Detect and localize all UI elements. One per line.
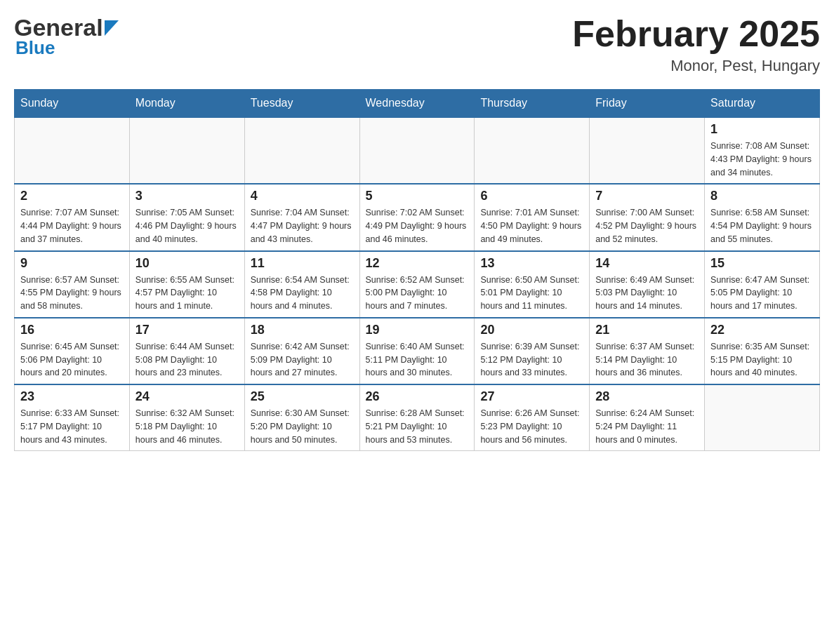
day-info: Sunrise: 6:42 AM Sunset: 5:09 PM Dayligh… <box>251 340 354 380</box>
day-info: Sunrise: 6:45 AM Sunset: 5:06 PM Dayligh… <box>20 340 124 380</box>
day-number: 6 <box>480 189 583 203</box>
day-info: Sunrise: 6:50 AM Sunset: 5:01 PM Dayligh… <box>480 274 583 313</box>
calendar-day-cell <box>15 117 130 184</box>
calendar-day-cell: 15Sunrise: 6:47 AM Sunset: 5:05 PM Dayli… <box>705 251 820 318</box>
svg-marker-0 <box>105 20 119 36</box>
calendar-day-cell: 13Sunrise: 6:50 AM Sunset: 5:01 PM Dayli… <box>475 251 590 318</box>
day-number: 24 <box>135 389 239 404</box>
calendar-day-cell: 23Sunrise: 6:33 AM Sunset: 5:17 PM Dayli… <box>15 384 130 451</box>
day-info: Sunrise: 6:54 AM Sunset: 4:58 PM Dayligh… <box>251 274 354 313</box>
calendar-day-cell: 14Sunrise: 6:49 AM Sunset: 5:03 PM Dayli… <box>590 251 705 318</box>
day-info: Sunrise: 6:26 AM Sunset: 5:23 PM Dayligh… <box>480 407 583 446</box>
day-of-week-header: Saturday <box>705 90 820 118</box>
day-number: 8 <box>710 189 814 203</box>
calendar-day-cell: 6Sunrise: 7:01 AM Sunset: 4:50 PM Daylig… <box>475 184 590 250</box>
day-number: 14 <box>595 256 699 271</box>
calendar-day-cell: 3Sunrise: 7:05 AM Sunset: 4:46 PM Daylig… <box>129 184 244 250</box>
day-info: Sunrise: 7:02 AM Sunset: 4:49 PM Dayligh… <box>366 206 469 246</box>
day-info: Sunrise: 6:33 AM Sunset: 5:17 PM Dayligh… <box>20 407 124 446</box>
day-number: 20 <box>480 323 583 337</box>
calendar-day-cell: 4Sunrise: 7:04 AM Sunset: 4:47 PM Daylig… <box>244 184 359 250</box>
calendar-day-cell: 25Sunrise: 6:30 AM Sunset: 5:20 PM Dayli… <box>244 384 359 451</box>
day-of-week-header: Thursday <box>475 90 590 118</box>
calendar-day-cell: 16Sunrise: 6:45 AM Sunset: 5:06 PM Dayli… <box>15 318 130 384</box>
day-info: Sunrise: 7:05 AM Sunset: 4:46 PM Dayligh… <box>135 206 239 246</box>
calendar-day-cell: 24Sunrise: 6:32 AM Sunset: 5:18 PM Dayli… <box>129 384 244 451</box>
day-number: 16 <box>20 323 124 337</box>
day-of-week-header: Friday <box>590 90 705 118</box>
calendar-header-row: SundayMondayTuesdayWednesdayThursdayFrid… <box>15 90 820 118</box>
day-info: Sunrise: 7:04 AM Sunset: 4:47 PM Dayligh… <box>251 206 354 246</box>
day-info: Sunrise: 6:52 AM Sunset: 5:00 PM Dayligh… <box>366 274 469 313</box>
day-number: 25 <box>251 389 354 404</box>
day-of-week-header: Sunday <box>15 90 130 118</box>
day-info: Sunrise: 7:08 AM Sunset: 4:43 PM Dayligh… <box>710 140 814 179</box>
calendar-day-cell <box>705 384 820 451</box>
day-info: Sunrise: 6:49 AM Sunset: 5:03 PM Dayligh… <box>595 274 699 313</box>
day-info: Sunrise: 6:24 AM Sunset: 5:24 PM Dayligh… <box>595 407 699 446</box>
calendar-week-row: 16Sunrise: 6:45 AM Sunset: 5:06 PM Dayli… <box>15 318 820 384</box>
calendar-week-row: 1Sunrise: 7:08 AM Sunset: 4:43 PM Daylig… <box>15 117 820 184</box>
calendar-week-row: 23Sunrise: 6:33 AM Sunset: 5:17 PM Dayli… <box>15 384 820 451</box>
title-block: February 2025 Monor, Pest, Hungary <box>572 14 820 75</box>
day-info: Sunrise: 6:37 AM Sunset: 5:14 PM Dayligh… <box>595 340 699 380</box>
day-info: Sunrise: 6:47 AM Sunset: 5:05 PM Dayligh… <box>710 274 814 313</box>
day-number: 17 <box>135 323 239 337</box>
day-info: Sunrise: 6:32 AM Sunset: 5:18 PM Dayligh… <box>135 407 239 446</box>
calendar-day-cell: 21Sunrise: 6:37 AM Sunset: 5:14 PM Dayli… <box>590 318 705 384</box>
calendar-day-cell: 11Sunrise: 6:54 AM Sunset: 4:58 PM Dayli… <box>244 251 359 318</box>
day-number: 3 <box>135 189 239 203</box>
calendar-day-cell: 8Sunrise: 6:58 AM Sunset: 4:54 PM Daylig… <box>705 184 820 250</box>
calendar-day-cell: 7Sunrise: 7:00 AM Sunset: 4:52 PM Daylig… <box>590 184 705 250</box>
calendar-day-cell: 26Sunrise: 6:28 AM Sunset: 5:21 PM Dayli… <box>359 384 475 451</box>
day-number: 9 <box>20 256 124 271</box>
logo: General Blue <box>14 14 119 59</box>
calendar-table: SundayMondayTuesdayWednesdayThursdayFrid… <box>14 89 820 451</box>
location-text: Monor, Pest, Hungary <box>572 57 820 75</box>
calendar-day-cell <box>359 117 475 184</box>
logo-triangle-icon <box>105 20 119 39</box>
calendar-week-row: 9Sunrise: 6:57 AM Sunset: 4:55 PM Daylig… <box>15 251 820 318</box>
calendar-day-cell <box>590 117 705 184</box>
calendar-day-cell: 18Sunrise: 6:42 AM Sunset: 5:09 PM Dayli… <box>244 318 359 384</box>
day-number: 1 <box>710 122 814 137</box>
day-number: 4 <box>251 189 354 203</box>
calendar-day-cell: 28Sunrise: 6:24 AM Sunset: 5:24 PM Dayli… <box>590 384 705 451</box>
day-number: 22 <box>710 323 814 337</box>
day-number: 26 <box>366 389 469 404</box>
day-info: Sunrise: 6:58 AM Sunset: 4:54 PM Dayligh… <box>710 206 814 246</box>
day-info: Sunrise: 6:55 AM Sunset: 4:57 PM Dayligh… <box>135 274 239 313</box>
day-info: Sunrise: 6:28 AM Sunset: 5:21 PM Dayligh… <box>366 407 469 446</box>
calendar-day-cell: 2Sunrise: 7:07 AM Sunset: 4:44 PM Daylig… <box>15 184 130 250</box>
calendar-day-cell <box>475 117 590 184</box>
day-number: 23 <box>20 389 124 404</box>
logo-blue-text: Blue <box>15 37 55 59</box>
day-number: 5 <box>366 189 469 203</box>
day-number: 21 <box>595 323 699 337</box>
calendar-day-cell: 22Sunrise: 6:35 AM Sunset: 5:15 PM Dayli… <box>705 318 820 384</box>
day-number: 27 <box>480 389 583 404</box>
calendar-day-cell: 17Sunrise: 6:44 AM Sunset: 5:08 PM Dayli… <box>129 318 244 384</box>
day-number: 18 <box>251 323 354 337</box>
calendar-day-cell: 9Sunrise: 6:57 AM Sunset: 4:55 PM Daylig… <box>15 251 130 318</box>
day-of-week-header: Monday <box>129 90 244 118</box>
page-header: General Blue February 2025 Monor, Pest, … <box>14 14 820 75</box>
calendar-day-cell: 12Sunrise: 6:52 AM Sunset: 5:00 PM Dayli… <box>359 251 475 318</box>
day-info: Sunrise: 6:30 AM Sunset: 5:20 PM Dayligh… <box>251 407 354 446</box>
day-info: Sunrise: 7:01 AM Sunset: 4:50 PM Dayligh… <box>480 206 583 246</box>
day-info: Sunrise: 6:39 AM Sunset: 5:12 PM Dayligh… <box>480 340 583 380</box>
day-number: 28 <box>595 389 699 404</box>
calendar-day-cell <box>129 117 244 184</box>
month-title: February 2025 <box>572 14 820 54</box>
day-info: Sunrise: 6:40 AM Sunset: 5:11 PM Dayligh… <box>366 340 469 380</box>
day-info: Sunrise: 7:00 AM Sunset: 4:52 PM Dayligh… <box>595 206 699 246</box>
day-number: 7 <box>595 189 699 203</box>
day-info: Sunrise: 6:35 AM Sunset: 5:15 PM Dayligh… <box>710 340 814 380</box>
calendar-day-cell: 5Sunrise: 7:02 AM Sunset: 4:49 PM Daylig… <box>359 184 475 250</box>
day-number: 19 <box>366 323 469 337</box>
day-number: 15 <box>710 256 814 271</box>
calendar-day-cell: 10Sunrise: 6:55 AM Sunset: 4:57 PM Dayli… <box>129 251 244 318</box>
day-number: 13 <box>480 256 583 271</box>
calendar-day-cell: 19Sunrise: 6:40 AM Sunset: 5:11 PM Dayli… <box>359 318 475 384</box>
day-number: 10 <box>135 256 239 271</box>
